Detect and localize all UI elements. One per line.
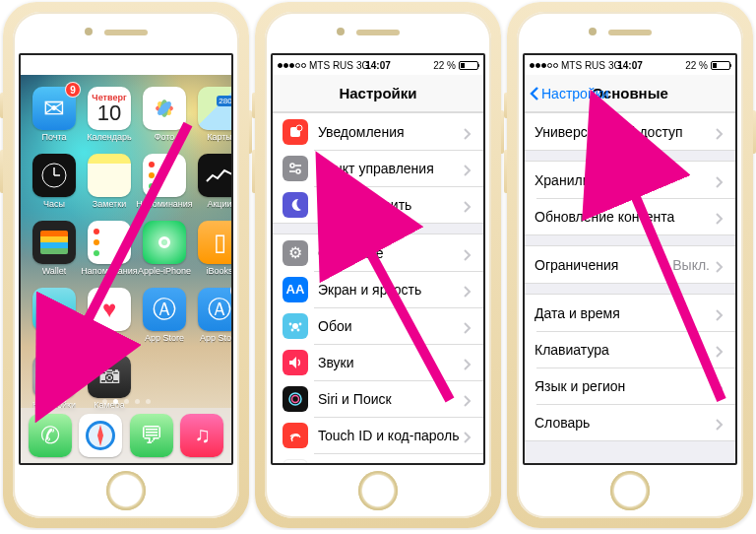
row-notifications[interactable]: Уведомления: [273, 113, 483, 150]
app-calendar[interactable]: Четверг10Календарь: [82, 87, 137, 152]
home-screen: MTS RUS 3G 14:07 22 % ✉︎9Почта Четверг10…: [19, 53, 233, 465]
row-background-refresh[interactable]: Обновление контента: [525, 198, 735, 234]
status-battery-pct: 22 %: [181, 60, 204, 71]
row-dnd[interactable]: Не беспокоить: [273, 186, 483, 223]
row-restrictions[interactable]: ОграниченияВыкл.: [525, 246, 735, 283]
camera-icon: 📷︎: [98, 364, 120, 389]
app-health[interactable]: ♥Дом: [82, 288, 137, 353]
row-sounds[interactable]: Звуки: [273, 344, 483, 380]
dock-phone[interactable]: ✆: [29, 414, 72, 457]
notifications-icon: [283, 119, 308, 145]
fingerprint-icon: [283, 423, 308, 448]
status-bar: MTS RUS 3G 14:07 22 %: [525, 55, 735, 75]
compass-icon: [84, 419, 117, 452]
status-bar: MTS RUS 3G 14:07 22 %: [21, 55, 231, 75]
restrictions-value: Выкл.: [672, 257, 710, 273]
app-maps[interactable]: 280Карты: [192, 87, 233, 152]
dock-safari[interactable]: [79, 414, 122, 457]
status-carrier: MTS RUS: [57, 60, 101, 71]
row-datetime[interactable]: Дата и время: [525, 295, 735, 331]
app-videos[interactable]: ▰Видео: [27, 288, 82, 353]
home-button[interactable]: [610, 471, 650, 510]
row-general[interactable]: ⚙Основные: [273, 234, 483, 271]
chevron-left-icon: [529, 86, 540, 101]
app-mail[interactable]: ✉︎9Почта: [27, 87, 82, 152]
status-bar: MTS RUS 3G 14:07 22 %: [273, 55, 483, 75]
control-center-icon: [283, 156, 308, 181]
phone-frame-1: MTS RUS 3G 14:07 22 % ✉︎9Почта Четверг10…: [3, 2, 249, 528]
phone-frame-2: MTS RUS 3G 14:07 22 % Настройки Уведомле…: [255, 2, 501, 528]
dock: ✆ 💬︎ ♫: [21, 408, 231, 463]
app-stocks[interactable]: Акции: [192, 154, 233, 219]
battery-icon: [459, 61, 478, 70]
app-ibooks[interactable]: ▯iBooks: [192, 221, 233, 286]
row-control-center[interactable]: Пункт управления: [273, 150, 483, 186]
svg-point-16: [296, 169, 300, 173]
app-photos[interactable]: Фото: [137, 87, 192, 152]
sos-icon: SOS: [283, 459, 308, 464]
moon-icon: [283, 192, 308, 218]
row-accessibility[interactable]: Универсальный доступ: [525, 113, 735, 150]
row-touchid[interactable]: Touch ID и код-пароль: [273, 417, 483, 453]
gear-icon: ⚙: [43, 362, 66, 392]
row-keyboard[interactable]: Клавиатура: [525, 331, 735, 367]
app-wallet[interactable]: Wallet: [27, 221, 82, 286]
general-screen: MTS RUS 3G 14:07 22 % Настройки Основные…: [523, 53, 737, 465]
dock-music[interactable]: ♫: [180, 414, 223, 457]
svg-point-19: [289, 322, 292, 325]
sounds-icon: [283, 350, 308, 375]
chevron-right-icon: [716, 126, 724, 138]
app-news[interactable]: Напоминания: [82, 221, 137, 286]
app-find-iphone[interactable]: Apple-iPhone: [137, 221, 192, 286]
home-button[interactable]: [106, 471, 146, 510]
chevron-right-icon: [464, 126, 472, 138]
svg-point-25: [292, 395, 299, 402]
row-display[interactable]: AAЭкран и яркость: [273, 271, 483, 307]
row-storage[interactable]: Хранилище iPhone: [525, 162, 735, 198]
display-icon: AA: [283, 277, 308, 302]
svg-point-22: [297, 328, 300, 331]
siri-icon: [283, 386, 308, 412]
badge-mail: 9: [65, 82, 81, 98]
phone-frame-3: MTS RUS 3G 14:07 22 % Настройки Основные…: [507, 2, 753, 528]
app-notes[interactable]: Заметки: [82, 154, 137, 219]
battery-icon: [711, 61, 730, 70]
page-title: Настройки: [339, 85, 416, 101]
gear-icon: ⚙: [283, 240, 308, 266]
dock-messages[interactable]: 💬︎: [130, 414, 173, 457]
row-wallpaper[interactable]: Обои: [273, 307, 483, 344]
app-reminders[interactable]: Напоминания: [137, 154, 192, 219]
page-dots[interactable]: [21, 399, 231, 404]
app-clock[interactable]: Часы: [27, 154, 82, 219]
app-appstore2[interactable]: Ⓐ2App Store: [192, 288, 233, 353]
phone-icon: ✆: [40, 422, 60, 449]
svg-point-20: [299, 322, 302, 325]
navbar: Настройки Основные: [525, 75, 735, 112]
back-button[interactable]: Настройки: [529, 86, 609, 101]
status-time: 14:07: [113, 60, 139, 71]
navbar: Настройки: [273, 75, 483, 112]
row-dictionary[interactable]: Словарь: [525, 404, 735, 440]
svg-point-14: [290, 164, 294, 167]
bubble-icon: 💬︎: [140, 422, 163, 449]
home-button[interactable]: [358, 471, 398, 510]
music-icon: ♫: [194, 423, 211, 448]
settings-screen: MTS RUS 3G 14:07 22 % Настройки Уведомле…: [271, 53, 485, 465]
row-language[interactable]: Язык и регион: [525, 367, 735, 404]
svg-point-13: [296, 125, 302, 131]
app-appstore[interactable]: ⒶApp Store: [137, 288, 192, 353]
svg-point-18: [292, 323, 298, 329]
row-sos[interactable]: SOSЭкстренный вызов — SOS: [273, 453, 483, 463]
battery-icon: [207, 61, 226, 70]
svg-marker-23: [289, 357, 296, 368]
row-siri[interactable]: Siri и Поиск: [273, 380, 483, 417]
svg-point-21: [291, 328, 294, 331]
wallpaper-icon: [283, 313, 308, 339]
